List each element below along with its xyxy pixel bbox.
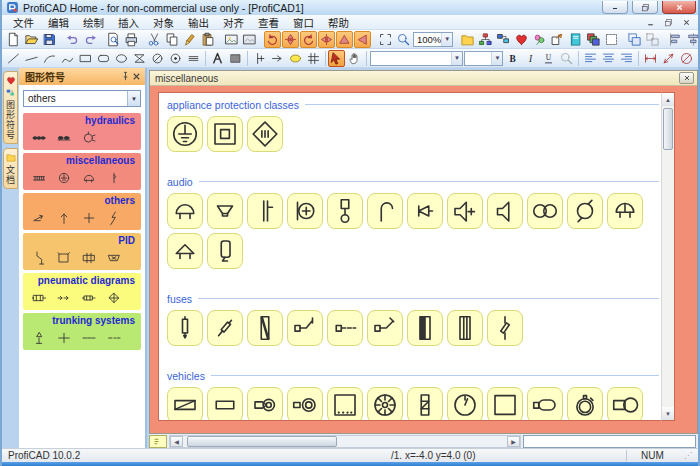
symbol-tile-class-ii[interactable] (207, 116, 243, 152)
toolbar-button-line2[interactable] (23, 50, 40, 67)
symbol-tile-fuse-6[interactable] (367, 310, 403, 346)
toolbar-button-flower[interactable] (531, 31, 548, 48)
toolbar-button-image2[interactable] (241, 31, 258, 48)
toolbar-button-roundrect[interactable] (95, 50, 112, 67)
symbol-tile-speaker[interactable] (487, 193, 523, 229)
toolbar-button-text-left[interactable] (582, 50, 599, 67)
scroll-up-icon[interactable]: ▲ (662, 93, 674, 106)
mdi-restore-button[interactable] (660, 16, 676, 28)
symbol-tile-veh-key[interactable] (247, 387, 283, 421)
toolbar-button-dim[interactable] (642, 50, 659, 67)
toolbar-button-dim-none[interactable] (678, 50, 695, 67)
scroll-down-icon[interactable]: ▼ (662, 407, 674, 420)
title-bar[interactable]: ProfiCAD Home - for non-commercial use o… (2, 0, 698, 15)
toolbar-button-dim-diag[interactable] (660, 50, 677, 67)
font-size-combobox[interactable]: ▼ (464, 51, 503, 66)
toolbar-button-redo[interactable] (82, 31, 99, 48)
toolbar-button-group[interactable] (626, 31, 643, 48)
toolbar-button-ellipse[interactable] (113, 50, 130, 67)
toolbar-button-image[interactable] (223, 31, 240, 48)
toolbar-button-export[interactable] (549, 31, 566, 48)
toolbar-button-rect[interactable] (77, 50, 94, 67)
sidebar-tab-symbols[interactable]: 图形符号 (3, 71, 18, 144)
symbol-tile-veh-rect[interactable] (207, 387, 243, 421)
symbol-tile-headphones[interactable] (527, 193, 563, 229)
toolbar-button-tri-up[interactable] (336, 31, 353, 48)
toolbar-button-print[interactable] (123, 31, 140, 48)
symbol-tile-fuse-3[interactable] (247, 310, 283, 346)
toolbar-button-flip-h[interactable] (318, 31, 335, 48)
symbol-tile-veh-clock[interactable] (447, 387, 483, 421)
toolbar-button-text-right[interactable] (618, 50, 635, 67)
toolbar-button-text[interactable] (209, 50, 226, 67)
toolbar-button-align-center-h[interactable] (685, 31, 700, 48)
toolbar-button-flip-v[interactable] (282, 31, 299, 48)
toolbar-button-net[interactable] (495, 31, 512, 48)
toolbar-button-yellow-ellipse[interactable] (287, 50, 304, 67)
toolbar-button-line[interactable] (5, 50, 22, 67)
symbol-tile-veh-capsule[interactable] (527, 387, 563, 421)
minimize-button[interactable] (602, 1, 628, 14)
toolbar-button-select[interactable] (328, 50, 345, 67)
symbol-tile-earpiece[interactable] (367, 193, 403, 229)
symbol-tile-protection-earth[interactable] (167, 116, 203, 152)
menu-item-9[interactable]: 帮助 (321, 17, 356, 29)
toolbar-button-circle-dot[interactable] (167, 50, 184, 67)
maximize-button[interactable] (632, 1, 658, 14)
symbol-tile-microphone[interactable] (287, 193, 323, 229)
symbol-tile-horn[interactable] (207, 193, 243, 229)
document-close-button[interactable] (679, 72, 694, 84)
symbol-tile-fuse-8[interactable] (447, 310, 483, 346)
toolbar-button-circle-slash[interactable] (149, 50, 166, 67)
symbol-tile-speaker-plus[interactable] (447, 193, 483, 229)
toolbar-button-rot-left[interactable] (264, 31, 281, 48)
page-name-box[interactable] (523, 435, 696, 448)
menu-item-4[interactable]: 对象 (146, 17, 181, 29)
resize-grip[interactable]: ⋰ (684, 451, 698, 460)
toolbar-button-frame[interactable] (603, 31, 620, 48)
symbol-tile-class-iii[interactable] (247, 116, 283, 152)
toolbar-button-open[interactable] (23, 31, 40, 48)
symbol-tile-veh-zigzag-box[interactable] (407, 387, 443, 421)
document-title-bar[interactable]: miscellaneous (150, 71, 697, 86)
symbol-tile-veh-socket[interactable] (287, 387, 323, 421)
category-card-hydraulics[interactable]: hydraulics (23, 113, 141, 150)
toolbar-button-fillrect[interactable] (227, 50, 244, 67)
font-family-combobox[interactable]: ▼ (370, 51, 463, 66)
toolbar-button-arc[interactable] (41, 50, 58, 67)
toolbar-button-copy[interactable] (164, 31, 181, 48)
pin-icon[interactable] (120, 71, 131, 82)
toolbar-button-hier[interactable] (477, 31, 494, 48)
scroll-left-icon[interactable]: ◀ (170, 436, 183, 447)
category-card-PID[interactable]: PID (23, 233, 141, 270)
symbol-tile-veh-box-dots[interactable] (327, 387, 363, 421)
symbol-tile-dome-speaker[interactable] (167, 193, 203, 229)
symbol-tile-fuse-5[interactable] (327, 310, 363, 346)
menu-item-0[interactable]: 文件 (6, 17, 41, 29)
symbol-tile-mic-stand[interactable] (327, 193, 363, 229)
symbol-tile-veh-resistor-diag[interactable] (167, 387, 203, 421)
mdi-minimize-button[interactable] (642, 16, 658, 28)
toolbar-button-painter[interactable] (182, 31, 199, 48)
category-card-pneumatic-diagrams[interactable]: pneumatic diagrams (23, 273, 141, 310)
toolbar-button-book[interactable] (567, 31, 584, 48)
symbol-tile-buzzer[interactable] (247, 193, 283, 229)
zoom-level-combobox[interactable]: 100%▼ (413, 32, 453, 47)
toolbar-button-layers[interactable] (585, 31, 602, 48)
toolbar-button-align-left[interactable] (667, 31, 684, 48)
toolbar-button-save[interactable] (41, 31, 58, 48)
vertical-scrollbar[interactable]: ▲ ▼ (661, 92, 675, 421)
symbol-tile-veh-fan[interactable] (367, 387, 403, 421)
symbol-tile-veh-gauge[interactable] (567, 387, 603, 421)
symbol-tile-pickup[interactable] (567, 193, 603, 229)
category-dropdown[interactable]: others ▼ (23, 90, 141, 107)
toolbar-button-paste[interactable] (200, 31, 217, 48)
scroll-right-icon[interactable]: ▶ (507, 436, 520, 447)
menu-item-1[interactable]: 编辑 (41, 17, 76, 29)
toolbar-button-zoom-area[interactable] (377, 31, 394, 48)
toolbar-button-zoom[interactable] (395, 31, 412, 48)
toolbar-button-zoom-gray[interactable] (558, 50, 575, 67)
menu-item-8[interactable]: 窗口 (286, 17, 321, 29)
horizontal-scroll-thumb[interactable] (187, 436, 337, 447)
toolbar-button-ungroup[interactable] (644, 31, 661, 48)
